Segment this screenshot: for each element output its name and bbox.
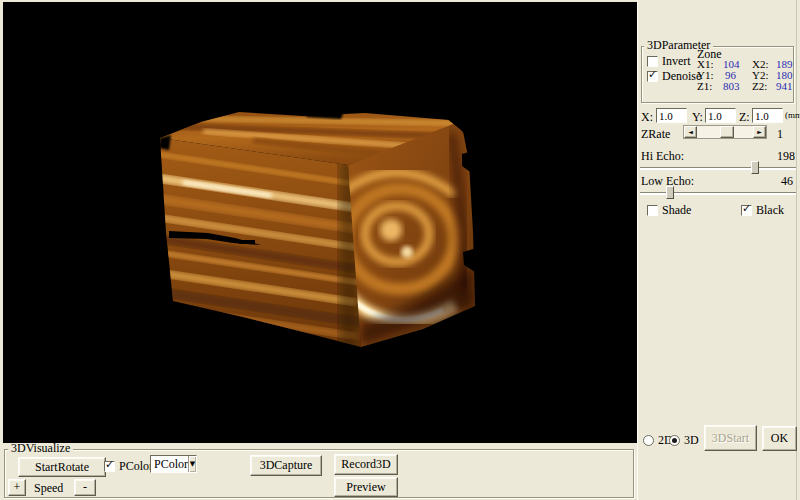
render-viewport-3d[interactable]: [3, 2, 637, 443]
parameter-panel: 3DParameter Invert ✓ Denoise Zone X1: 10…: [637, 0, 800, 500]
voxel-y-field[interactable]: [705, 108, 736, 123]
zone-z2-label: Z2:: [752, 80, 767, 92]
radio-dot-icon: [672, 438, 677, 443]
zrate-value: 1: [777, 127, 783, 142]
shade-checkbox-box[interactable]: [647, 205, 658, 216]
denoise-checkbox-label: Denoise: [662, 69, 701, 84]
start3d-button[interactable]: 3DStart: [704, 425, 757, 451]
capture-3d-button[interactable]: 3DCapture: [250, 455, 322, 476]
zrate-scroll-left-button[interactable]: ◄: [684, 126, 697, 138]
application-window: 3DParameter Invert ✓ Denoise Zone X1: 10…: [0, 0, 800, 500]
volume-render-3d: [3, 2, 637, 443]
voxel-z-field[interactable]: [752, 108, 783, 123]
ok-button[interactable]: OK: [762, 426, 797, 451]
visualize-panel: 3DVisualize StartRotate + Speed - ✓ PCol…: [0, 443, 637, 500]
zrate-scroll-thumb[interactable]: [720, 126, 734, 138]
mode-3d-radio[interactable]: 3D: [669, 433, 699, 448]
voxel-y-label: Y:: [692, 110, 703, 125]
low-echo-slider-track[interactable]: [640, 192, 796, 195]
mode-3d-radio-circle[interactable]: [669, 435, 680, 446]
hi-echo-value: 198: [777, 149, 795, 164]
checkmark-icon: ✓: [648, 69, 657, 80]
denoise-checkbox-box[interactable]: ✓: [647, 71, 658, 82]
scroll-right-icon: ►: [757, 129, 762, 135]
voxel-x-input[interactable]: [659, 109, 684, 122]
voxel-z-label: Z:: [739, 110, 750, 125]
preview-button[interactable]: Preview: [334, 477, 398, 497]
hi-echo-slider-track[interactable]: [640, 167, 796, 170]
chevron-down-icon[interactable]: ▼: [188, 456, 196, 472]
invert-checkbox-box[interactable]: [647, 56, 658, 67]
shade-checkbox-label: Shade: [662, 203, 691, 218]
voxel-x-field[interactable]: [656, 108, 687, 123]
black-checkbox[interactable]: ✓ Black: [741, 203, 784, 218]
low-echo-slider-thumb[interactable]: [666, 186, 674, 199]
mode-2d-radio-circle[interactable]: [643, 435, 654, 446]
shade-checkbox[interactable]: Shade: [647, 203, 691, 218]
speed-plus-button[interactable]: +: [8, 479, 26, 496]
voxel-unit-label: (mm/p): [785, 110, 800, 120]
pcolor-checkbox-box[interactable]: ✓: [104, 461, 115, 472]
hi-echo-label: Hi Echo:: [641, 149, 684, 164]
zone-z2-value: 941: [776, 80, 793, 92]
pcolor-combobox-value: PColor: [151, 457, 188, 472]
low-echo-value: 46: [781, 174, 793, 189]
black-checkbox-box[interactable]: ✓: [741, 205, 752, 216]
start-rotate-button[interactable]: StartRotate: [18, 457, 106, 477]
speed-minus-button[interactable]: -: [74, 479, 96, 496]
invert-checkbox-label: Invert: [662, 54, 691, 69]
scroll-left-icon: ◄: [688, 129, 693, 135]
denoise-checkbox[interactable]: ✓ Denoise: [647, 69, 701, 84]
pcolor-combobox[interactable]: PColor ▼: [150, 455, 197, 473]
voxel-x-label: X:: [641, 110, 653, 125]
zone-z1-label: Z1:: [697, 80, 712, 92]
speed-label: Speed: [34, 481, 63, 496]
group-3dvisualize-title: 3DVisualize: [8, 443, 73, 454]
checkmark-icon: ✓: [742, 203, 751, 214]
combo-arrow-glyph: ▼: [190, 460, 195, 468]
black-checkbox-label: Black: [756, 203, 784, 218]
pcolor-checkbox-label: PColor: [119, 459, 153, 474]
invert-checkbox[interactable]: Invert: [647, 54, 691, 69]
panel-right-edge: [796, 0, 797, 500]
record-3d-button[interactable]: Record3D: [334, 454, 398, 475]
zone-z1-value: 803: [723, 80, 740, 92]
voxel-z-input[interactable]: [755, 109, 780, 122]
zrate-scrollbar[interactable]: ◄ ►: [683, 125, 767, 139]
zrate-label: ZRate: [641, 127, 670, 142]
voxel-y-input[interactable]: [708, 109, 733, 122]
pcolor-checkbox[interactable]: ✓ PColor: [104, 459, 153, 474]
checkmark-icon: ✓: [105, 459, 114, 470]
hi-echo-slider-thumb[interactable]: [751, 161, 759, 174]
zrate-scroll-right-button[interactable]: ►: [753, 126, 766, 138]
mode-3d-radio-label: 3D: [684, 433, 699, 448]
